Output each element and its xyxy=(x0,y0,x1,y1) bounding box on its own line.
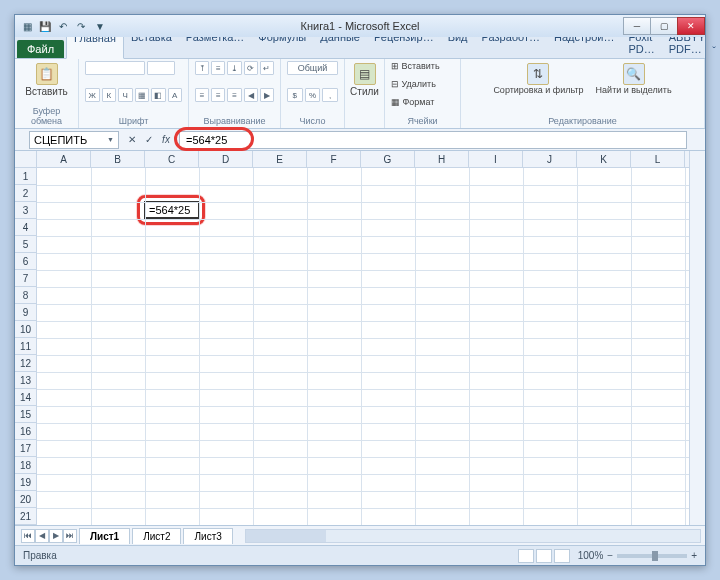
maximize-button[interactable]: ▢ xyxy=(650,17,678,35)
active-cell[interactable]: =564*25 xyxy=(144,201,200,219)
column-header[interactable]: L xyxy=(631,151,685,167)
row-header[interactable]: 11 xyxy=(15,338,36,355)
vertical-scrollbar[interactable] xyxy=(689,151,705,525)
horizontal-scrollbar[interactable] xyxy=(245,529,701,543)
row-header[interactable]: 12 xyxy=(15,355,36,372)
align-left-button[interactable]: ≡ xyxy=(195,88,209,102)
enter-formula-icon[interactable]: ✓ xyxy=(142,133,156,147)
view-layout-icon[interactable] xyxy=(536,549,552,563)
indent-dec-button[interactable]: ◀ xyxy=(244,88,258,102)
row-header[interactable]: 2 xyxy=(15,185,36,202)
border-button[interactable]: ▦ xyxy=(135,88,150,102)
cells-delete-button[interactable]: ⊟ Удалить xyxy=(391,79,436,89)
sheet-tab[interactable]: Лист2 xyxy=(132,528,181,544)
comma-button[interactable]: , xyxy=(322,88,338,102)
minimize-button[interactable]: ─ xyxy=(623,17,651,35)
underline-button[interactable]: Ч xyxy=(118,88,133,102)
bold-button[interactable]: Ж xyxy=(85,88,100,102)
align-center-button[interactable]: ≡ xyxy=(211,88,225,102)
row-header[interactable]: 10 xyxy=(15,321,36,338)
cells-format-button[interactable]: ▦ Формат xyxy=(391,97,435,107)
qat-dropdown-icon[interactable]: ▼ xyxy=(92,18,108,34)
undo-icon[interactable]: ↶ xyxy=(55,18,71,34)
row-header[interactable]: 14 xyxy=(15,389,36,406)
sheet-tab[interactable]: Лист1 xyxy=(79,528,130,544)
column-header[interactable]: B xyxy=(91,151,145,167)
fill-color-button[interactable]: ◧ xyxy=(151,88,166,102)
row-header[interactable]: 15 xyxy=(15,406,36,423)
row-header[interactable]: 9 xyxy=(15,304,36,321)
font-color-button[interactable]: A xyxy=(168,88,183,102)
number-format-select[interactable]: Общий xyxy=(287,61,338,75)
view-pagebreak-icon[interactable] xyxy=(554,549,570,563)
zoom-out-button[interactable]: − xyxy=(607,550,613,561)
sort-icon: ⇅ xyxy=(527,63,549,85)
row-header[interactable]: 16 xyxy=(15,423,36,440)
row-header[interactable]: 5 xyxy=(15,236,36,253)
cancel-formula-icon[interactable]: ✕ xyxy=(125,133,139,147)
zoom-in-button[interactable]: + xyxy=(691,550,697,561)
sheet-tab[interactable]: Лист3 xyxy=(183,528,232,544)
formula-bar[interactable]: =564*25 xyxy=(179,131,687,149)
font-family-select[interactable] xyxy=(85,61,145,75)
row-header[interactable]: 17 xyxy=(15,440,36,457)
row-header[interactable]: 19 xyxy=(15,474,36,491)
scroll-thumb[interactable] xyxy=(246,530,326,542)
column-header[interactable]: J xyxy=(523,151,577,167)
worksheet-grid[interactable]: ABCDEFGHIJKL 123456789101112131415161718… xyxy=(15,151,705,525)
italic-button[interactable]: К xyxy=(102,88,117,102)
currency-button[interactable]: $ xyxy=(287,88,303,102)
align-right-button[interactable]: ≡ xyxy=(227,88,241,102)
align-bottom-button[interactable]: ⤓ xyxy=(227,61,241,75)
sheet-nav-prev-icon[interactable]: ◀ xyxy=(35,529,49,543)
column-header[interactable]: D xyxy=(199,151,253,167)
zoom-slider[interactable] xyxy=(617,554,687,558)
name-box[interactable]: СЦЕПИТЬ ▼ xyxy=(29,131,119,149)
row-header[interactable]: 3 xyxy=(15,202,36,219)
close-button[interactable]: ✕ xyxy=(677,17,705,35)
align-top-button[interactable]: ⤒ xyxy=(195,61,209,75)
save-icon[interactable]: 💾 xyxy=(37,18,53,34)
sheet-nav-first-icon[interactable]: ⏮ xyxy=(21,529,35,543)
select-all-corner[interactable] xyxy=(15,151,37,168)
sheet-nav-next-icon[interactable]: ▶ xyxy=(49,529,63,543)
cells-area[interactable]: =564*25 xyxy=(37,168,689,525)
row-header[interactable]: 21 xyxy=(15,508,36,525)
row-header[interactable]: 1 xyxy=(15,168,36,185)
row-header[interactable]: 13 xyxy=(15,372,36,389)
paste-button[interactable]: 📋 Вставить xyxy=(19,61,74,99)
sort-filter-button[interactable]: ⇅Сортировка и фильтр xyxy=(490,61,586,98)
font-size-select[interactable] xyxy=(147,61,175,75)
wrap-text-button[interactable]: ↵ xyxy=(260,61,274,75)
row-header[interactable]: 18 xyxy=(15,457,36,474)
redo-icon[interactable]: ↷ xyxy=(73,18,89,34)
row-header[interactable]: 6 xyxy=(15,253,36,270)
row-header[interactable]: 20 xyxy=(15,491,36,508)
orientation-button[interactable]: ⟳ xyxy=(244,61,258,75)
indent-inc-button[interactable]: ▶ xyxy=(260,88,274,102)
minimize-ribbon-icon[interactable]: ˇ xyxy=(712,45,716,58)
sheet-nav-last-icon[interactable]: ⏭ xyxy=(63,529,77,543)
column-header[interactable]: E xyxy=(253,151,307,167)
file-tab[interactable]: Файл xyxy=(17,40,64,58)
paste-label: Вставить xyxy=(25,86,67,97)
column-header[interactable]: F xyxy=(307,151,361,167)
find-select-button[interactable]: 🔍Найти и выделить xyxy=(593,61,675,98)
view-normal-icon[interactable] xyxy=(518,549,534,563)
name-box-dropdown-icon[interactable]: ▼ xyxy=(107,136,114,143)
align-middle-button[interactable]: ≡ xyxy=(211,61,225,75)
cells-insert-button[interactable]: ⊞ Вставить xyxy=(391,61,440,71)
window-title: Книга1 - Microsoft Excel xyxy=(301,20,420,32)
column-header[interactable]: H xyxy=(415,151,469,167)
percent-button[interactable]: % xyxy=(305,88,321,102)
column-header[interactable]: G xyxy=(361,151,415,167)
column-header[interactable]: I xyxy=(469,151,523,167)
styles-button[interactable]: ▤ Стили xyxy=(349,61,380,99)
column-header[interactable]: C xyxy=(145,151,199,167)
fx-icon[interactable]: fx xyxy=(159,133,173,147)
column-header[interactable]: K xyxy=(577,151,631,167)
row-header[interactable]: 8 xyxy=(15,287,36,304)
row-header[interactable]: 7 xyxy=(15,270,36,287)
column-header[interactable]: A xyxy=(37,151,91,167)
row-header[interactable]: 4 xyxy=(15,219,36,236)
